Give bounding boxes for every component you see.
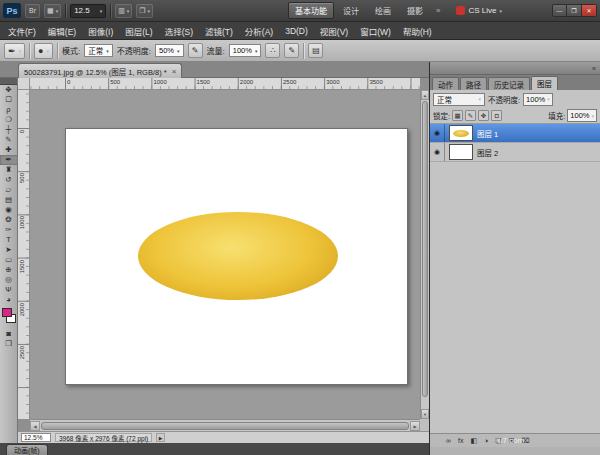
menu-item-view[interactable]: 视图(V) (314, 23, 354, 39)
airbrush-toggle-icon[interactable]: ∴ (265, 43, 280, 58)
scroll-down-icon[interactable]: ▼ (421, 409, 429, 419)
minimize-button[interactable]: — (552, 4, 567, 17)
cs-live-button[interactable]: CS Live ▾ (456, 6, 502, 15)
horizontal-scrollbar[interactable]: ◀ ▶ (30, 419, 420, 431)
tablet-pressure-opacity-icon[interactable]: ✎ (188, 43, 203, 58)
gradient-tool[interactable]: ▤ (0, 195, 18, 205)
panel-tab-paths[interactable]: 路径 (460, 77, 487, 90)
menu-item-help[interactable]: 帮助(H) (397, 23, 438, 39)
vertical-ruler[interactable]: 05001000150020002500 (18, 90, 30, 419)
opacity-field[interactable]: 50%▾ (155, 44, 184, 57)
lock-transparency-icon[interactable]: ▦ (452, 110, 463, 121)
menu-item-image[interactable]: 图像(I) (82, 23, 119, 39)
move-tool[interactable]: ✥ (0, 85, 18, 95)
layer-blend-mode-select[interactable]: 正常▾ (433, 93, 485, 106)
scroll-up-icon[interactable]: ▲ (421, 90, 429, 100)
workspace-design[interactable]: 设计 (336, 2, 366, 19)
brush-tool[interactable]: ✒ (0, 155, 18, 165)
layer-fill-field[interactable]: 100%▾ (567, 109, 597, 122)
quick-mask-button[interactable]: ◙ (0, 329, 18, 339)
layer-style-icon[interactable]: fx (458, 437, 463, 444)
layer-row[interactable]: ◉图层 2 (430, 143, 600, 162)
menu-item-file[interactable]: 文件(F) (2, 23, 42, 39)
panel-tab-layers[interactable]: 图层 (531, 76, 558, 90)
3d-camera-rotate-tool[interactable]: ◎ (0, 275, 18, 285)
visibility-toggle[interactable]: ◉ (430, 124, 445, 142)
document-tab[interactable]: 500283791.jpg @ 12.5% (图层 1, RGB/8) * × (18, 63, 182, 78)
layer-row[interactable]: ◉图层 1 (430, 124, 600, 143)
tab-close-icon[interactable]: × (172, 67, 177, 76)
brush-preset-picker[interactable]: ●▾ (34, 43, 53, 59)
toggle-brush-panel-icon[interactable]: ▤ (308, 43, 323, 58)
spot-healing-brush-tool[interactable]: ✚ (0, 145, 18, 155)
document-page[interactable] (65, 128, 408, 385)
type-tool[interactable]: T (0, 235, 18, 245)
tablet-pressure-size-icon[interactable]: ✎ (284, 43, 299, 58)
horizontal-scroll-thumb[interactable] (41, 422, 409, 430)
scroll-left-icon[interactable]: ◀ (30, 421, 40, 431)
rectangle-shape-tool[interactable]: ▭ (0, 255, 18, 265)
zoom-level-control[interactable]: 12.5▾ (70, 4, 106, 18)
lock-position-icon[interactable]: ✥ (478, 110, 489, 121)
screen-mode-icon[interactable]: ❐▾ (136, 4, 153, 18)
scroll-right-icon[interactable]: ▶ (410, 421, 420, 431)
maximize-button[interactable]: ❐ (567, 4, 582, 17)
3d-object-rotate-tool[interactable]: ⊕ (0, 265, 18, 275)
lock-all-icon[interactable]: ◘ (491, 110, 502, 121)
view-extras-icon[interactable]: ▦▾ (44, 4, 61, 18)
blur-tool[interactable]: ◉ (0, 205, 18, 215)
lasso-tool[interactable]: ρ (0, 105, 18, 115)
vertical-scroll-thumb[interactable] (422, 101, 428, 397)
eyedropper-tool[interactable]: ✎ (0, 135, 18, 145)
horizontal-ruler[interactable]: 0500100015002000250030003500 (30, 78, 420, 90)
workspace-painting[interactable]: 绘画 (368, 2, 398, 19)
vertical-scrollbar[interactable]: ▲ ▼ (420, 90, 429, 419)
blend-mode-select[interactable]: 正常▾ (84, 44, 113, 57)
layer-thumbnail[interactable] (449, 125, 473, 141)
close-button[interactable]: ✕ (582, 4, 597, 17)
menu-item-3d[interactable]: 3D(D) (279, 24, 314, 38)
screen-mode-button[interactable]: ❐ (0, 339, 18, 349)
panel-tab-history[interactable]: 历史记录 (488, 77, 530, 90)
pen-tool[interactable]: ✑ (0, 225, 18, 235)
menu-item-window[interactable]: 窗口(W) (354, 23, 397, 39)
flow-field[interactable]: 100%▾ (229, 44, 262, 57)
animation-panel-tab[interactable]: 动画(帧) (6, 444, 48, 455)
menu-item-analysis[interactable]: 分析(A) (239, 23, 279, 39)
menu-item-layer[interactable]: 图层(L) (119, 23, 158, 39)
tool-preset-picker[interactable]: ✒▾ (4, 43, 25, 59)
crop-tool[interactable]: ┼ (0, 125, 18, 135)
workspace-essentials[interactable]: 基本功能 (288, 2, 334, 19)
workspace-photography[interactable]: 摄影 (400, 2, 430, 19)
workspace-overflow-chevron[interactable]: » (436, 6, 440, 15)
panel-tab-actions[interactable]: 动作 (432, 77, 459, 90)
link-layers-icon[interactable]: ∞ (446, 437, 451, 444)
tools-panel-header[interactable] (0, 78, 17, 85)
ruler-corner[interactable] (18, 78, 30, 90)
menu-item-select[interactable]: 选择(S) (159, 23, 199, 39)
eraser-tool[interactable]: ▱ (0, 185, 18, 195)
visibility-toggle[interactable]: ◉ (430, 143, 445, 161)
canvas-viewport[interactable] (30, 90, 420, 419)
path-selection-tool[interactable]: ➤ (0, 245, 18, 255)
arrange-documents-icon[interactable]: ▥▾ (115, 4, 132, 18)
hand-tool[interactable]: Ψ (0, 285, 18, 295)
lock-pixels-icon[interactable]: ✎ (465, 110, 476, 121)
new-adjustment-layer-icon[interactable]: ◑ (484, 437, 488, 444)
layer-thumbnail[interactable] (449, 144, 473, 160)
quick-selection-tool[interactable]: ❍ (0, 115, 18, 125)
rectangular-marquee-tool[interactable]: ☐ (0, 95, 18, 105)
launch-bridge-icon[interactable]: Br (25, 4, 40, 18)
menu-item-filter[interactable]: 滤镜(T) (199, 23, 239, 39)
collapse-dock-icon[interactable]: « (592, 65, 596, 72)
statusbar-zoom-field[interactable]: 12.5% (21, 433, 51, 442)
history-brush-tool[interactable]: ↺ (0, 175, 18, 185)
menu-item-edit[interactable]: 编辑(E) (42, 23, 82, 39)
status-menu-arrow-icon[interactable]: ▶ (156, 433, 165, 442)
dodge-tool[interactable]: ❂ (0, 215, 18, 225)
add-layer-mask-icon[interactable]: ◧ (470, 437, 477, 445)
clone-stamp-tool[interactable]: ♜ (0, 165, 18, 175)
zoom-tool[interactable]: ◕ (0, 295, 18, 305)
layer-opacity-field[interactable]: 100%▾ (523, 93, 553, 106)
foreground-color-swatch[interactable] (2, 308, 12, 317)
